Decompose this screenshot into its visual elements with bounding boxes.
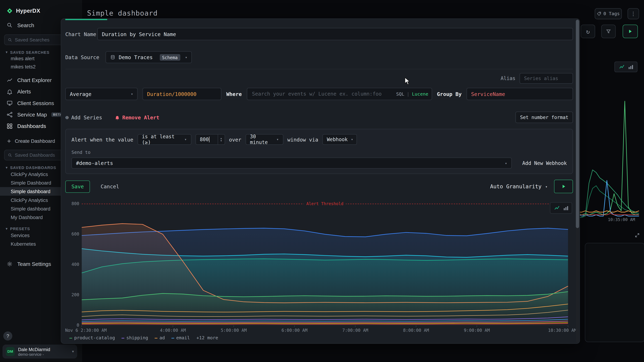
x-tick-label: 9:00:00 AM	[464, 328, 490, 333]
chevron-down-icon: ▾	[184, 137, 186, 142]
main-chart-canvas[interactable]	[65, 198, 574, 343]
funnel-icon	[606, 29, 611, 34]
alert-threshold-input[interactable]: 800 ▲ ▼	[195, 134, 225, 145]
app-root: HyperDX Search Saved Searches ▾ SAVED SE…	[0, 0, 644, 362]
chart-name-input[interactable]	[97, 28, 573, 40]
alert-threshold-label: Alert Threshold	[304, 201, 346, 206]
search-icon	[8, 153, 12, 157]
bar-chart-icon	[563, 205, 568, 211]
chevron-down-icon: ▾	[6, 166, 8, 170]
stepper-down-icon[interactable]: ▼	[220, 140, 222, 142]
bar-chart-icon	[628, 64, 633, 69]
window-via-label: window via	[287, 136, 318, 142]
webhook-select[interactable]: #demo-alerts ▾	[72, 158, 512, 169]
number-stepper[interactable]: ▲ ▼	[218, 135, 224, 144]
schema-badge[interactable]: Schema	[160, 54, 180, 61]
alert-window-select[interactable]: 30 minute ▾	[246, 134, 283, 145]
chart-area[interactable]: —product-catalog—shipping—ad—email+12 mo…	[65, 198, 573, 344]
alias-input[interactable]	[520, 73, 573, 84]
chevron-down-icon: ▾	[185, 55, 187, 59]
alert-prefix-label: Alert when the value	[72, 136, 133, 142]
circle-plus-icon: ⊕	[65, 114, 69, 121]
y-tick-label: 200	[65, 292, 79, 297]
bell-icon	[6, 88, 13, 95]
x-tick-label: 10:30:00 AM	[548, 328, 576, 333]
chart-name-label: Chart Name	[65, 31, 97, 37]
brand[interactable]: HyperDX	[6, 6, 78, 15]
expand-icon[interactable]	[635, 233, 639, 237]
chart-type-toggles[interactable]	[550, 202, 572, 214]
user-name: Dale McDiarmid	[18, 347, 50, 352]
chevron-down-icon: ▾	[131, 92, 133, 96]
where-input[interactable]	[251, 91, 393, 97]
legend-item[interactable]: —shipping	[122, 335, 148, 341]
background-panel	[585, 243, 644, 342]
run-query-button[interactable]	[623, 25, 638, 38]
legend-item[interactable]: +12 more	[196, 335, 218, 341]
cancel-button[interactable]: Cancel	[100, 183, 119, 189]
set-number-format-button[interactable]: Set number format	[516, 112, 573, 123]
avatar: DM	[6, 347, 15, 356]
x-tick-label: 5:00:00 AM	[221, 328, 247, 333]
refresh-button[interactable]: ↻	[581, 25, 595, 38]
series-line	[578, 186, 639, 217]
gear-icon	[6, 261, 13, 267]
tags-button[interactable]: 0 Tags	[595, 8, 622, 19]
search-icon	[6, 22, 13, 28]
y-tick-label: 600	[65, 231, 79, 236]
sidebar-item-label: Search	[17, 22, 34, 28]
data-source-label: Data Source	[65, 54, 106, 60]
brand-name: HyperDX	[16, 7, 40, 13]
over-label: over	[229, 136, 241, 142]
more-menu-button[interactable]: ⋮	[628, 8, 639, 19]
text-caret	[209, 137, 210, 142]
remove-alert-button[interactable]: Remove Alert	[114, 114, 160, 120]
chevron-down-icon: ▾	[545, 184, 548, 188]
hyperdx-logo-icon	[6, 7, 13, 13]
field-input[interactable]	[142, 88, 222, 100]
monitor-icon	[6, 100, 13, 106]
grid-icon	[6, 123, 13, 129]
alert-channel-select[interactable]: Webhook ▾	[322, 134, 357, 145]
series-line	[578, 211, 639, 212]
chevron-down-icon: ▾	[351, 137, 353, 142]
preview-run-button[interactable]	[554, 180, 573, 193]
help-button[interactable]: ?	[3, 332, 12, 341]
lucene-toggle[interactable]: Lucene	[412, 91, 428, 97]
group-by-input[interactable]	[466, 88, 573, 100]
filter-button[interactable]	[601, 25, 616, 38]
active-tab-indicator	[65, 19, 107, 20]
chevron-down-icon: ▾	[276, 137, 279, 142]
x-tick-label: 8:00:00 AM	[403, 328, 429, 333]
page-title: Simple dashboard	[87, 9, 158, 17]
x-tick-label: 4:00:00 AM	[160, 328, 186, 333]
alert-condition-select[interactable]: is at least (≥) ▾	[138, 134, 191, 145]
service-map-icon	[6, 111, 13, 117]
legend-item[interactable]: —email	[172, 335, 190, 341]
scrollbar-thumb[interactable]	[576, 20, 579, 228]
where-search-box: SQL | Lucene	[247, 88, 432, 100]
chart-legend: —product-catalog—shipping—ad—email+12 mo…	[70, 335, 218, 341]
granularity-select[interactable]: Auto Granularity ▾	[490, 183, 548, 189]
data-source-select[interactable]: Demo Traces Schema ▾	[106, 51, 192, 63]
user-menu[interactable]: DM Dale McDiarmid demo-service - ▾	[2, 345, 77, 359]
background-chart-toggles[interactable]	[614, 61, 638, 72]
y-tick-label: 0	[65, 323, 79, 328]
where-label: Where	[226, 91, 242, 97]
chevron-down-icon: ▾	[6, 50, 8, 54]
line-chart-icon	[554, 205, 560, 211]
aggregation-select[interactable]: Average ▾	[65, 88, 138, 100]
x-tick-label: 6:00:00 AM	[282, 328, 308, 333]
chevron-down-icon: ▾	[6, 227, 8, 231]
stepper-up-icon[interactable]: ▲	[220, 137, 222, 140]
play-icon	[561, 184, 566, 189]
legend-item[interactable]: —product-catalog	[70, 335, 115, 341]
y-tick-label: 400	[65, 262, 79, 267]
add-series-button[interactable]: ⊕ Add Series	[65, 114, 102, 121]
save-button[interactable]: Save	[65, 180, 90, 193]
send-to-label: Send to	[72, 150, 567, 155]
add-new-webhook-link[interactable]: Add New Webhook	[522, 160, 567, 166]
sql-toggle[interactable]: SQL	[396, 91, 404, 97]
database-icon	[110, 54, 116, 60]
legend-item[interactable]: —ad	[155, 335, 165, 341]
